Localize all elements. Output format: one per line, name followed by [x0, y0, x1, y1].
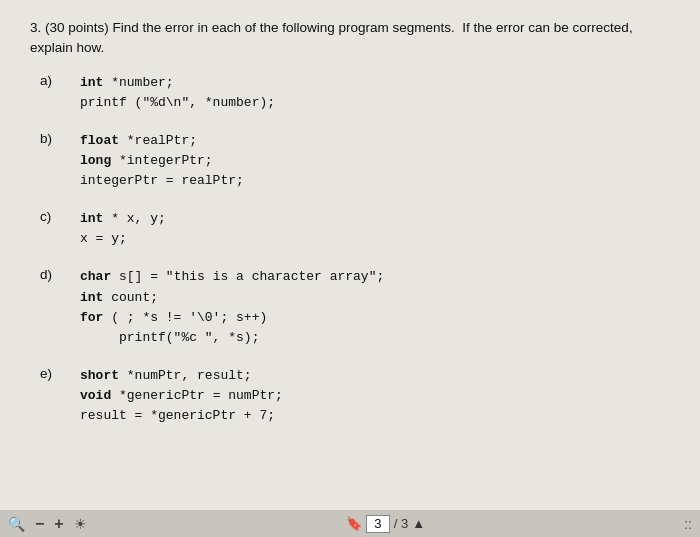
part-c-line-2: x = y; [80, 229, 166, 249]
question-text: Find the error in each of the following … [113, 20, 455, 35]
search-icon[interactable]: 🔍 [8, 516, 25, 532]
part-b-code: float *realPtr; long *integerPtr; intege… [80, 131, 244, 191]
page-total: / 3 [394, 516, 408, 531]
part-b: b) float *realPtr; long *integerPtr; int… [40, 131, 670, 191]
page-nav-icon[interactable]: ▲ [412, 516, 425, 531]
bottom-left-controls: 🔍 − + ☀ [8, 515, 87, 533]
minus-button[interactable]: − [35, 515, 44, 533]
part-e-line-3: result = *genericPtr + 7; [80, 406, 283, 426]
page-content: 3. (30 points) Find the error in each of… [0, 0, 700, 510]
part-b-label: b) [40, 131, 80, 146]
part-d-line-1: char s[] = "this is a character array"; [80, 267, 384, 287]
part-d-line-2: int count; [80, 288, 384, 308]
bottom-right-menu[interactable]: :: [684, 516, 692, 532]
part-a-line-1: int *number; [80, 73, 275, 93]
part-a-line-2: printf ("%d\n", *number); [80, 93, 275, 113]
part-c-line-1: int * x, y; [80, 209, 166, 229]
part-e-line-1: short *numPtr, result; [80, 366, 283, 386]
part-d-code: char s[] = "this is a character array"; … [80, 267, 384, 348]
plus-button[interactable]: + [54, 515, 63, 533]
part-c-code: int * x, y; x = y; [80, 209, 166, 249]
part-e-line-2: void *genericPtr = numPtr; [80, 386, 283, 406]
question-header: 3. (30 points) Find the error in each of… [30, 18, 670, 59]
part-d: d) char s[] = "this is a character array… [40, 267, 670, 348]
question-points: (30 points) [45, 20, 109, 35]
part-a-label: a) [40, 73, 80, 88]
part-a-code: int *number; printf ("%d\n", *number); [80, 73, 275, 113]
part-e-code: short *numPtr, result; void *genericPtr … [80, 366, 283, 426]
bookmark-icon[interactable]: 🔖 [346, 516, 362, 531]
part-b-line-2: long *integerPtr; [80, 151, 244, 171]
bottom-bar: 🔍 − + ☀ 🔖 / 3 ▲ :: [0, 510, 700, 537]
part-e-label: e) [40, 366, 80, 381]
parts-container: a) int *number; printf ("%d\n", *number)… [30, 73, 670, 427]
part-a: a) int *number; printf ("%d\n", *number)… [40, 73, 670, 113]
brightness-icon[interactable]: ☀ [74, 516, 87, 532]
part-d-label: d) [40, 267, 80, 282]
part-b-line-1: float *realPtr; [80, 131, 244, 151]
menu-icon: :: [684, 516, 692, 532]
bottom-center-controls: 🔖 / 3 ▲ [346, 515, 425, 533]
part-d-line-4: printf("%c ", *s); [80, 328, 384, 348]
part-b-line-3: integerPtr = realPtr; [80, 171, 244, 191]
page-number-input[interactable] [366, 515, 390, 533]
question-number: 3. [30, 20, 41, 35]
part-c-label: c) [40, 209, 80, 224]
part-c: c) int * x, y; x = y; [40, 209, 670, 249]
part-e: e) short *numPtr, result; void *genericP… [40, 366, 670, 426]
part-d-line-3: for ( ; *s != '\0'; s++) [80, 308, 384, 328]
